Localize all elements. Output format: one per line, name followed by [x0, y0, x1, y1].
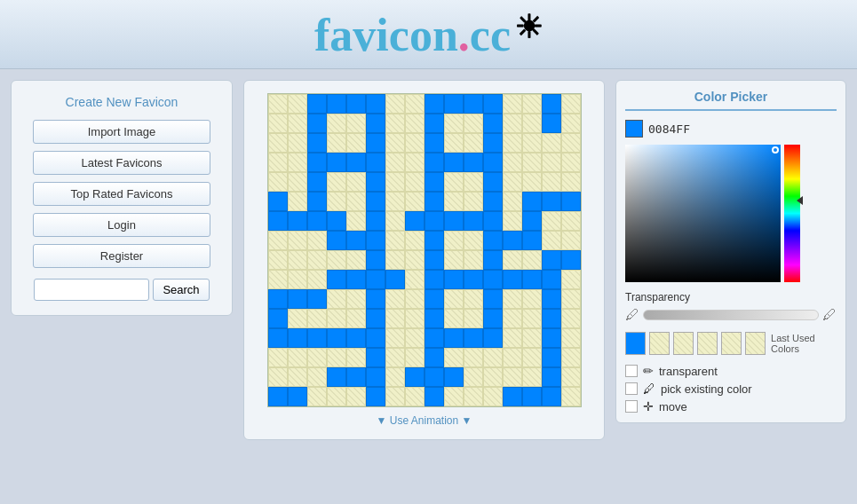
grid-cell[interactable]: [288, 192, 307, 211]
grid-cell[interactable]: [288, 172, 307, 192]
grid-cell[interactable]: [542, 172, 561, 192]
grid-cell[interactable]: [444, 289, 464, 309]
grid-cell[interactable]: [268, 387, 288, 406]
grid-cell[interactable]: [561, 348, 581, 367]
grid-cell[interactable]: [385, 270, 405, 289]
grid-cell[interactable]: [464, 367, 483, 387]
grid-cell[interactable]: [366, 211, 385, 231]
grid-cell[interactable]: [346, 387, 366, 406]
grid-cell[interactable]: [346, 133, 366, 153]
grid-cell[interactable]: [561, 153, 581, 172]
grid-cell[interactable]: [327, 133, 346, 153]
grid-cell[interactable]: [483, 387, 503, 406]
grid-cell[interactable]: [288, 270, 307, 289]
grid-cell[interactable]: [307, 328, 327, 348]
grid-cell[interactable]: [288, 211, 307, 231]
grid-cell[interactable]: [503, 153, 522, 172]
grid-cell[interactable]: [346, 231, 366, 250]
grid-cell[interactable]: [483, 192, 503, 211]
grid-cell[interactable]: [444, 387, 464, 406]
grid-cell[interactable]: [444, 367, 464, 387]
grid-cell[interactable]: [327, 211, 346, 231]
grid-cell[interactable]: [444, 309, 464, 328]
grid-cell[interactable]: [561, 387, 581, 406]
grid-cell[interactable]: [327, 250, 346, 270]
grid-cell[interactable]: [327, 94, 346, 114]
search-input[interactable]: [34, 279, 149, 301]
grid-cell[interactable]: [425, 328, 444, 348]
grid-cell[interactable]: [444, 192, 464, 211]
grid-cell[interactable]: [561, 94, 581, 114]
grid-cell[interactable]: [346, 172, 366, 192]
grid-cell[interactable]: [561, 192, 581, 211]
grid-cell[interactable]: [464, 133, 483, 153]
grid-cell[interactable]: [561, 309, 581, 328]
grid-cell[interactable]: [268, 328, 288, 348]
grid-cell[interactable]: [444, 211, 464, 231]
grid-cell[interactable]: [561, 231, 581, 250]
grid-cell[interactable]: [385, 250, 405, 270]
register-button[interactable]: Register: [33, 244, 210, 268]
grid-cell[interactable]: [542, 133, 561, 153]
grid-cell[interactable]: [561, 172, 581, 192]
grid-cell[interactable]: [346, 192, 366, 211]
grid-cell[interactable]: [385, 328, 405, 348]
grid-cell[interactable]: [464, 289, 483, 309]
grid-cell[interactable]: [444, 153, 464, 172]
grid-cell[interactable]: [503, 133, 522, 153]
grid-cell[interactable]: [405, 211, 425, 231]
grid-cell[interactable]: [327, 172, 346, 192]
grid-cell[interactable]: [385, 133, 405, 153]
grid-cell[interactable]: [346, 367, 366, 387]
grid-cell[interactable]: [385, 94, 405, 114]
grid-cell[interactable]: [346, 309, 366, 328]
grid-cell[interactable]: [522, 153, 542, 172]
grid-cell[interactable]: [425, 192, 444, 211]
grid-cell[interactable]: [385, 387, 405, 406]
grid-cell[interactable]: [425, 270, 444, 289]
grid-cell[interactable]: [385, 367, 405, 387]
grid-cell[interactable]: [288, 114, 307, 133]
grid-cell[interactable]: [542, 153, 561, 172]
grid-cell[interactable]: [288, 367, 307, 387]
grid-cell[interactable]: [444, 133, 464, 153]
grid-cell[interactable]: [268, 270, 288, 289]
grid-cell[interactable]: [503, 348, 522, 367]
grid-cell[interactable]: [464, 211, 483, 231]
grid-cell[interactable]: [307, 192, 327, 211]
grid-cell[interactable]: [425, 211, 444, 231]
grid-cell[interactable]: [503, 309, 522, 328]
grid-cell[interactable]: [288, 309, 307, 328]
grid-cell[interactable]: [444, 172, 464, 192]
grid-cell[interactable]: [268, 309, 288, 328]
grid-cell[interactable]: [425, 289, 444, 309]
grid-cell[interactable]: [503, 367, 522, 387]
grid-cell[interactable]: [444, 94, 464, 114]
grid-cell[interactable]: [366, 133, 385, 153]
grid-cell[interactable]: [522, 94, 542, 114]
grid-cell[interactable]: [444, 328, 464, 348]
grid-cell[interactable]: [346, 211, 366, 231]
grid-cell[interactable]: [307, 211, 327, 231]
grid-cell[interactable]: [522, 367, 542, 387]
grid-cell[interactable]: [542, 192, 561, 211]
grid-cell[interactable]: [542, 250, 561, 270]
grid-cell[interactable]: [542, 328, 561, 348]
grid-cell[interactable]: [288, 250, 307, 270]
grid-cell[interactable]: [464, 192, 483, 211]
grid-cell[interactable]: [522, 289, 542, 309]
favicon-grid[interactable]: [267, 93, 582, 407]
grid-cell[interactable]: [405, 153, 425, 172]
grid-cell[interactable]: [464, 328, 483, 348]
grid-cell[interactable]: [346, 94, 366, 114]
grid-cell[interactable]: [327, 114, 346, 133]
grid-cell[interactable]: [444, 231, 464, 250]
grid-cell[interactable]: [366, 231, 385, 250]
grid-cell[interactable]: [542, 309, 561, 328]
grid-cell[interactable]: [542, 289, 561, 309]
grid-cell[interactable]: [327, 328, 346, 348]
grid-cell[interactable]: [327, 231, 346, 250]
import-image-button[interactable]: Import Image: [33, 120, 210, 144]
grid-cell[interactable]: [542, 211, 561, 231]
grid-cell[interactable]: [522, 192, 542, 211]
